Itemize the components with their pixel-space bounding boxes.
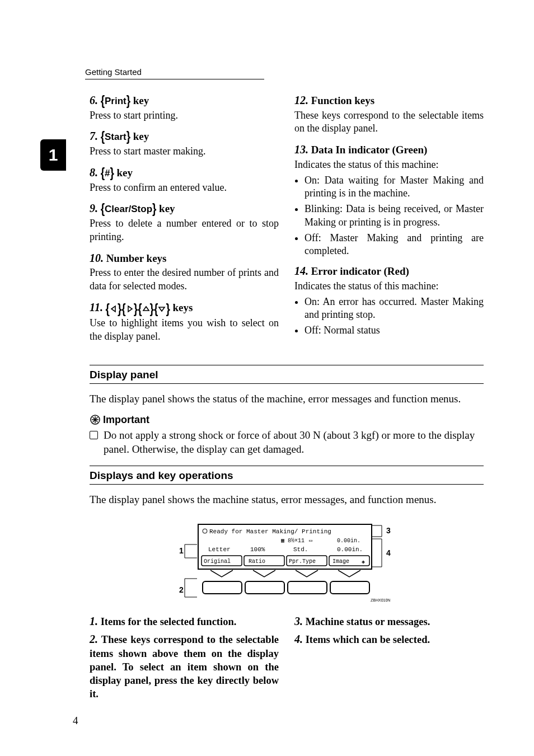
- item-number: 2.: [90, 633, 98, 645]
- lcd-orient-icon: ▭: [309, 538, 312, 544]
- display-panel-figure: 1 2 Ready for Master Making/ Printing ▦ …: [90, 514, 484, 604]
- key-label: Print: [105, 96, 127, 106]
- lcd-right-value-1: 0.00in.: [337, 538, 360, 544]
- item-11-body: Use to highlight items you wish to selec…: [90, 317, 279, 344]
- lcd-paper-size: 8½×11: [288, 538, 305, 544]
- display-panel-intro: The display panel shows the status of th…: [90, 392, 484, 406]
- svg-rect-23: [288, 581, 327, 594]
- key-title: Data In indicator (Green): [311, 144, 428, 156]
- lcd-tab-2: Ppr.Type: [289, 558, 316, 565]
- callout-4-text: 4. Items which can be selected.: [294, 632, 484, 646]
- left-column: 6. {Print} key Press to start printing. …: [90, 93, 279, 350]
- item-13-bullets: On: Data waiting for Master Making and p…: [294, 174, 484, 259]
- item-number: 6.: [90, 94, 98, 106]
- bracket-right-icon: }: [127, 129, 130, 146]
- svg-rect-21: [203, 581, 242, 594]
- item-number: 9.: [90, 202, 98, 214]
- callout-text: Items for the selected function.: [101, 616, 237, 627]
- arrow-right-key-icon: {}: [121, 302, 138, 316]
- lcd-diamond-icon: ◈: [362, 559, 365, 565]
- item-number: 11.: [90, 301, 103, 313]
- list-item: Off: Master Making and printing are comp…: [305, 232, 484, 259]
- arrow-down-key-icon: {}: [154, 302, 170, 316]
- item-number: 12.: [294, 94, 308, 106]
- item-14-bullets: On: An error has occurred. Master Making…: [294, 295, 484, 337]
- key-word: key: [133, 95, 149, 106]
- item-10-head: 10. Number keys: [90, 251, 279, 266]
- callout-1-text: 1. Items for the selected function.: [90, 614, 279, 628]
- svg-marker-2: [143, 307, 149, 311]
- lcd-tab-1: Ratio: [249, 558, 265, 565]
- bracket-left-icon: {: [101, 93, 105, 110]
- divider: [90, 466, 484, 466]
- callout-4-label: 4: [386, 548, 391, 557]
- item-number: 8.: [90, 166, 98, 179]
- list-item: On: Data waiting for Master Making and p…: [305, 174, 484, 201]
- item-number: 14.: [294, 265, 308, 277]
- item-number: 1.: [90, 615, 98, 627]
- divider: [90, 383, 484, 384]
- checkbox-icon: [90, 431, 98, 439]
- key-descriptions-columns: 6. {Print} key Press to start printing. …: [90, 93, 484, 350]
- callout-3-label: 3: [386, 526, 391, 535]
- callout-text: These keys correspond to the selectable …: [90, 634, 279, 699]
- bracket-right-icon: }: [110, 165, 114, 182]
- list-item: Off: Normal status: [305, 324, 484, 337]
- arrow-up-key-icon: {}: [138, 302, 154, 316]
- lcd-row-0: Letter: [208, 546, 231, 553]
- key-label: Clear/Stop: [105, 204, 152, 214]
- item-number: 7.: [90, 130, 98, 142]
- bottom-left-column: 1. Items for the selected function. 2. T…: [90, 614, 279, 703]
- bracket-left-icon: {: [101, 129, 105, 146]
- lcd-row-2: Std.: [293, 546, 308, 553]
- key-word: key: [159, 203, 175, 214]
- key-title: Function keys: [311, 95, 375, 106]
- lcd-status-text: Ready for Master Making/ Printing: [209, 528, 331, 535]
- svg-rect-24: [330, 581, 369, 594]
- lcd-tab-0: Original: [204, 558, 231, 565]
- callout-text-columns: 1. Items for the selected function. 2. T…: [90, 614, 484, 703]
- callout-text: Items which can be selected.: [306, 634, 430, 645]
- page-number: 4: [73, 715, 78, 727]
- callout-1-label: 1: [179, 546, 184, 555]
- item-13-body: Indicates the status of this machine:: [294, 158, 484, 172]
- lcd-paper-icon: ▦: [281, 538, 284, 544]
- bottom-right-column: 3. Machine status or messages. 4. Items …: [294, 614, 484, 703]
- important-label: Important: [103, 414, 149, 426]
- lcd-tab-3: Image: [332, 558, 349, 565]
- key-word: key: [117, 167, 133, 179]
- item-number: 13.: [294, 143, 308, 156]
- important-note: Do not apply a strong shock or force of …: [90, 428, 484, 457]
- important-heading: Important: [90, 414, 484, 426]
- bracket-left-icon: {: [101, 165, 105, 182]
- display-panel-diagram-icon: 1 2 Ready for Master Making/ Printing ▦ …: [169, 514, 404, 604]
- callout-text: Machine status or messages.: [306, 616, 430, 627]
- bracket-right-icon: }: [152, 201, 156, 218]
- callout-3-text: 3. Machine status or messages.: [294, 614, 484, 628]
- divider: [90, 365, 484, 365]
- item-7-head: 7. {Start} key: [90, 129, 279, 144]
- svg-rect-22: [245, 581, 284, 594]
- key-label: Start: [105, 132, 127, 142]
- item-12-head: 12. Function keys: [294, 93, 484, 108]
- item-14-head: 14. Error indicator (Red): [294, 264, 484, 279]
- item-8-body: Press to confirm an entered value.: [90, 181, 279, 195]
- bracket-right-icon: }: [127, 93, 130, 110]
- svg-point-16: [203, 529, 207, 533]
- callout-2-text: 2. These keys correspond to the selectab…: [90, 632, 279, 700]
- key-word: key: [133, 130, 149, 142]
- item-6-head: 6. {Print} key: [90, 93, 279, 108]
- key-title: Number keys: [106, 252, 167, 264]
- chapter-tab: 1: [40, 139, 66, 171]
- running-head: Getting Started: [85, 67, 264, 79]
- key-label: #: [105, 168, 110, 179]
- item-11-head: 11. {}{}{}{} keys: [90, 300, 279, 316]
- lcd-row-1: 100%: [250, 546, 265, 553]
- right-column: 12. Function keys These keys correspond …: [294, 93, 484, 350]
- item-8-head: 8. {#} key: [90, 165, 279, 180]
- item-number: 10.: [90, 252, 104, 264]
- important-icon: [90, 414, 101, 425]
- arrow-left-key-icon: {}: [106, 302, 122, 316]
- item-10-body: Press to enter the desired number of pri…: [90, 266, 279, 293]
- section-title-displays-keys: Displays and key operations: [90, 469, 484, 482]
